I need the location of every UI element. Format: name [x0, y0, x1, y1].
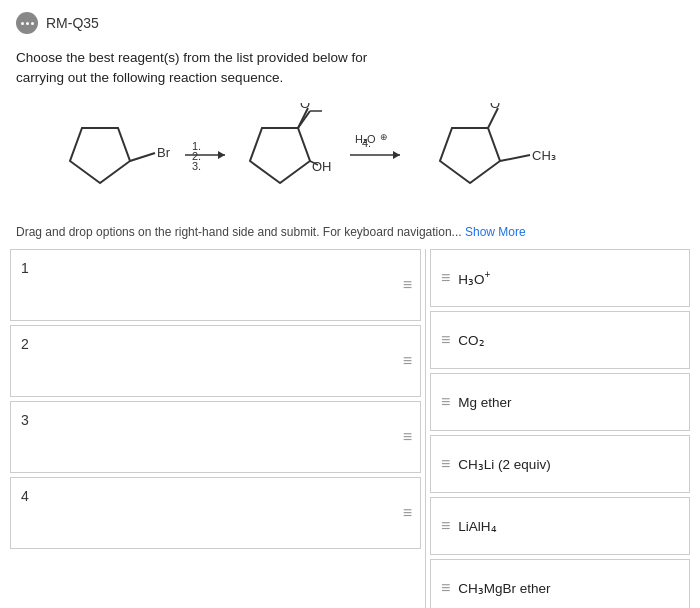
drop-zone-3[interactable]: 3 ≡ — [10, 401, 421, 473]
drop-zone-handle-3: ≡ — [403, 428, 412, 446]
reagent-handle-mg-ether: ≡ — [441, 393, 450, 411]
drop-zone-number-3: 3 — [21, 412, 29, 428]
svg-text:CH₃: CH₃ — [532, 148, 556, 163]
drop-zones: 1 ≡ 2 ≡ 3 ≡ 4 ≡ — [10, 249, 421, 608]
svg-marker-4 — [218, 151, 225, 159]
drop-zone-number-2: 2 — [21, 336, 29, 352]
svg-marker-16 — [393, 151, 400, 159]
svg-line-1 — [130, 153, 155, 161]
drop-zone-handle-2: ≡ — [403, 352, 412, 370]
drag-instruction-text: Drag and drop options on the right-hand … — [16, 225, 462, 239]
drop-zone-handle-4: ≡ — [403, 504, 412, 522]
reagent-ch3mgbr[interactable]: ≡ CH₃MgBr ether — [430, 559, 690, 608]
reagent-lialh4[interactable]: ≡ LiAlH₄ — [430, 497, 690, 555]
reagent-handle-h3o: ≡ — [441, 269, 450, 287]
svg-marker-20 — [440, 128, 500, 183]
reagents-list: ≡ H₃O+ ≡ CO₂ ≡ Mg ether ≡ CH₃Li (2 equiv… — [430, 249, 690, 608]
dots-icon — [16, 12, 38, 34]
reagent-ch3li[interactable]: ≡ CH₃Li (2 equiv) — [430, 435, 690, 493]
reagent-label-ch3mgbr: CH₃MgBr ether — [458, 580, 550, 596]
svg-text:O: O — [490, 103, 500, 111]
svg-marker-0 — [70, 128, 130, 183]
reagent-label-lialh4: LiAlH₄ — [458, 518, 496, 534]
drop-zone-handle-1: ≡ — [403, 276, 412, 294]
reagent-label-h3o: H₃O+ — [458, 269, 490, 287]
reagent-handle-ch3mgbr: ≡ — [441, 579, 450, 597]
reagent-label-mg-ether: Mg ether — [458, 395, 511, 410]
drop-zone-number-4: 4 — [21, 488, 29, 504]
reagent-handle-lialh4: ≡ — [441, 517, 450, 535]
reagent-mg-ether[interactable]: ≡ Mg ether — [430, 373, 690, 431]
instructions: Choose the best reagent(s) from the list… — [0, 40, 700, 97]
drag-instructions: Drag and drop options on the right-hand … — [0, 221, 700, 249]
drop-zone-2[interactable]: 2 ≡ — [10, 325, 421, 397]
drop-zone-1[interactable]: 1 ≡ — [10, 249, 421, 321]
reagent-handle-co2: ≡ — [441, 331, 450, 349]
svg-line-23 — [500, 155, 530, 161]
reagent-label-ch3li: CH₃Li (2 equiv) — [458, 456, 550, 472]
reaction-svg: Br 1. 2. 3. O OH 4. H₃O ⊕ O — [40, 103, 660, 213]
instruction-line2: carrying out the following reaction sequ… — [16, 68, 684, 88]
svg-line-11 — [298, 108, 308, 128]
reagent-h3o[interactable]: ≡ H₃O+ — [430, 249, 690, 307]
divider — [425, 249, 426, 608]
svg-marker-8 — [250, 128, 310, 183]
instruction-line1: Choose the best reagent(s) from the list… — [16, 48, 684, 68]
svg-text:O: O — [300, 103, 310, 111]
reagent-co2[interactable]: ≡ CO₂ — [430, 311, 690, 369]
main-content: 1 ≡ 2 ≡ 3 ≡ 4 ≡ ≡ H₃O+ ≡ CO₂ ≡ Mg ethe — [0, 249, 700, 608]
svg-text:Br: Br — [157, 145, 171, 160]
drop-zone-number-1: 1 — [21, 260, 29, 276]
show-more-link[interactable]: Show More — [465, 225, 526, 239]
svg-text:OH: OH — [312, 159, 332, 174]
reagent-label-co2: CO₂ — [458, 332, 484, 348]
drop-zone-4[interactable]: 4 ≡ — [10, 477, 421, 549]
svg-text:⊕: ⊕ — [380, 132, 388, 142]
svg-line-21 — [488, 108, 498, 128]
svg-text:H₃O: H₃O — [355, 133, 376, 145]
question-id: RM-Q35 — [46, 15, 99, 31]
reaction-diagram: Br 1. 2. 3. O OH 4. H₃O ⊕ O — [0, 97, 700, 221]
header: RM-Q35 — [0, 0, 700, 40]
reagent-handle-ch3li: ≡ — [441, 455, 450, 473]
svg-text:3.: 3. — [192, 160, 201, 172]
